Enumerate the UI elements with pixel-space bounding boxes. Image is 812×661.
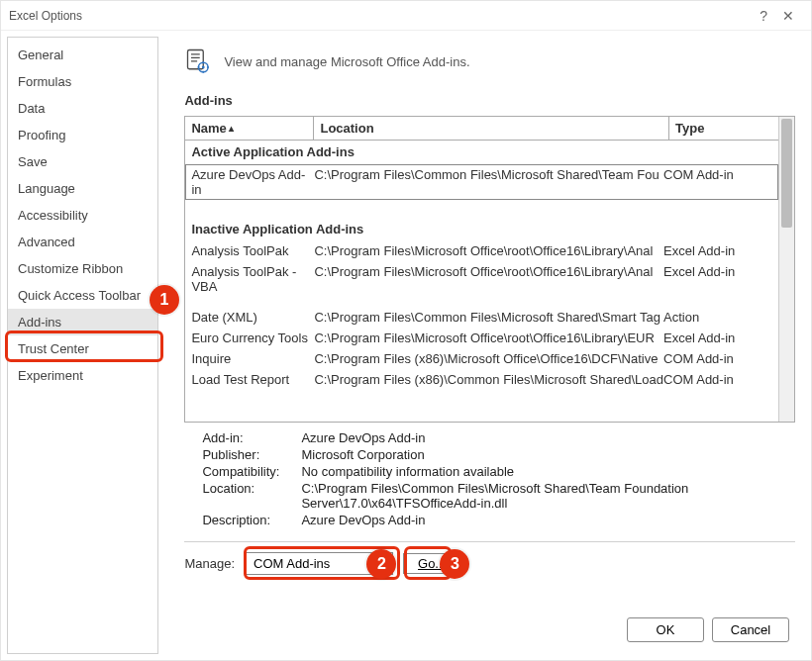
go-button-label: Go... [418, 556, 446, 571]
col-header-location[interactable]: Location [314, 117, 669, 140]
dialog-footer: OK Cancel [627, 617, 789, 642]
table-row[interactable]: Date (XML) C:\Program Files\Common Files… [185, 307, 778, 328]
manage-label: Manage: [184, 556, 235, 571]
group-inactive-addins: Inactive Application Add-ins [185, 218, 778, 241]
table-header: Name▴ Location Type [185, 117, 778, 141]
cell-type: Action [663, 310, 772, 325]
titlebar: Excel Options ? ✕ [1, 1, 811, 31]
detail-label: Description: [202, 513, 301, 527]
cell-type: COM Add-in [663, 351, 772, 366]
cell-name: Load Test Report [191, 372, 314, 387]
detail-value: Microsoft Corporation [301, 447, 795, 462]
go-button[interactable]: Go... [403, 553, 460, 574]
table-row[interactable]: Load Test Report C:\Program Files (x86)\… [185, 369, 778, 390]
group-active-addins: Active Application Add-ins [185, 141, 778, 164]
sidebar-item-accessibility[interactable]: Accessibility [8, 202, 157, 229]
detail-label: Location: [202, 481, 301, 511]
sidebar-item-trust-center[interactable]: Trust Center [8, 335, 157, 362]
sidebar-item-quick-access-toolbar[interactable]: Quick Access Toolbar [8, 282, 157, 309]
sidebar-item-customize-ribbon[interactable]: Customize Ribbon [8, 255, 157, 282]
ok-button[interactable]: OK [627, 617, 704, 642]
manage-combo[interactable]: COM Add-ins [245, 552, 393, 575]
addins-icon [184, 47, 212, 77]
cell-name: Azure DevOps Add-in [191, 167, 314, 197]
close-button[interactable]: ✕ [773, 8, 803, 24]
cell-location: C:\Program Files (x86)\Common Files\Micr… [314, 372, 663, 387]
cell-name: Analysis ToolPak - VBA [191, 264, 314, 294]
table-row[interactable]: Inquire C:\Program Files (x86)\Microsoft… [185, 348, 778, 369]
table-row[interactable]: Azure DevOps Add-in C:\Program Files\Com… [185, 164, 778, 200]
cancel-button[interactable]: Cancel [712, 617, 789, 642]
svg-rect-0 [188, 50, 204, 69]
col-header-name[interactable]: Name▴ [185, 117, 314, 140]
cell-type: Excel Add-in [663, 330, 772, 345]
cell-type: COM Add-in [663, 167, 772, 182]
cell-type: Excel Add-in [663, 264, 772, 279]
col-header-type[interactable]: Type [669, 117, 778, 140]
separator [184, 541, 795, 542]
detail-value: No compatibility information available [301, 464, 795, 479]
window-title: Excel Options [9, 9, 82, 23]
sidebar-item-general[interactable]: General [8, 42, 157, 68]
cell-location: C:\Program Files\Common Files\Microsoft … [314, 310, 663, 325]
sidebar-item-experiment[interactable]: Experiment [8, 362, 157, 389]
sidebar-item-language[interactable]: Language [8, 175, 157, 202]
svg-point-5 [202, 66, 205, 69]
addin-details: Add-in:Azure DevOps Add-in Publisher:Mic… [184, 428, 795, 529]
section-title: Add-ins [184, 93, 795, 108]
detail-label: Add-in: [202, 430, 301, 445]
cell-name: Date (XML) [191, 310, 314, 325]
col-header-name-label: Name [191, 121, 226, 136]
content-pane: View and manage Microsoft Office Add-ins… [158, 37, 805, 654]
cell-type: Excel Add-in [663, 243, 772, 258]
detail-value: C:\Program Files\Common Files\Microsoft … [301, 481, 795, 511]
cell-type: COM Add-in [663, 372, 772, 387]
sidebar-item-data[interactable]: Data [8, 95, 157, 122]
scrollbar[interactable] [778, 117, 794, 422]
sidebar-item-advanced[interactable]: Advanced [8, 229, 157, 255]
cell-location: C:\Program Files\Common Files\Microsoft … [314, 167, 663, 182]
sidebar-item-formulas[interactable]: Formulas [8, 68, 157, 95]
addins-table: Name▴ Location Type Active Application A… [184, 116, 795, 423]
header-text: View and manage Microsoft Office Add-ins… [224, 54, 469, 69]
detail-value: Azure DevOps Add-in [301, 513, 795, 527]
sort-ascending-icon: ▴ [229, 123, 234, 134]
cell-location: C:\Program Files\Microsoft Office\root\O… [314, 264, 663, 279]
scrollbar-thumb[interactable] [781, 119, 792, 228]
detail-label: Publisher: [202, 447, 301, 462]
cell-location: C:\Program Files\Microsoft Office\root\O… [314, 330, 663, 345]
cell-location: C:\Program Files (x86)\Microsoft Office\… [314, 351, 663, 366]
cell-name: Euro Currency Tools [191, 330, 314, 345]
table-row[interactable]: Euro Currency Tools C:\Program Files\Mic… [185, 328, 778, 348]
table-row[interactable]: Analysis ToolPak C:\Program Files\Micros… [185, 240, 778, 261]
detail-label: Compatibility: [202, 464, 301, 479]
help-button[interactable]: ? [760, 8, 767, 24]
sidebar-item-addins[interactable]: Add-ins [8, 309, 157, 335]
sidebar-item-proofing[interactable]: Proofing [8, 122, 157, 148]
sidebar: General Formulas Data Proofing Save Lang… [7, 37, 158, 654]
cell-location: C:\Program Files\Microsoft Office\root\O… [314, 243, 663, 258]
detail-value: Azure DevOps Add-in [301, 430, 795, 445]
table-row[interactable]: Analysis ToolPak - VBA C:\Program Files\… [185, 261, 778, 297]
cell-name: Inquire [191, 351, 314, 366]
sidebar-item-save[interactable]: Save [8, 148, 157, 175]
cell-name: Analysis ToolPak [191, 243, 314, 258]
